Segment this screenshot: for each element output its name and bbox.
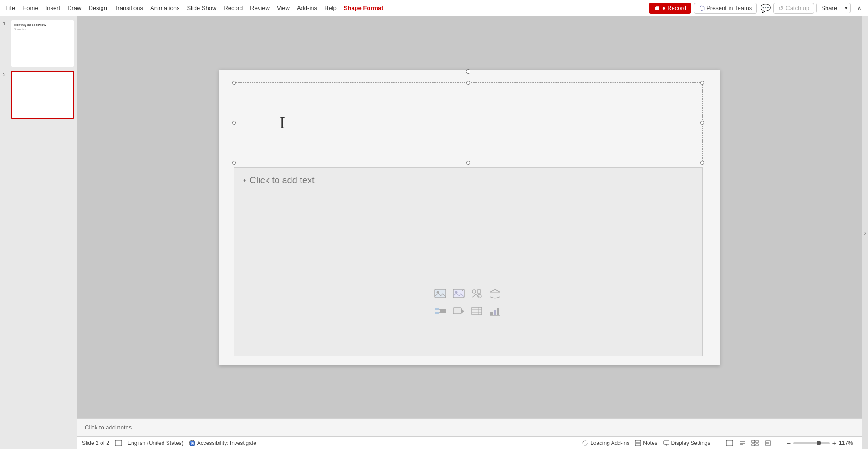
insert-icons-icon[interactable] bbox=[469, 287, 485, 301]
insert-video-icon[interactable] bbox=[451, 304, 466, 318]
svg-rect-36 bbox=[726, 440, 733, 446]
rotate-handle[interactable] bbox=[466, 69, 470, 74]
svg-rect-0 bbox=[435, 289, 446, 298]
view-slidesorter-btn[interactable] bbox=[751, 440, 759, 446]
content-placeholder[interactable]: • Click to add text bbox=[243, 175, 315, 186]
insert-table-icon[interactable] bbox=[469, 304, 485, 318]
handle-bc[interactable] bbox=[466, 161, 470, 165]
display-settings[interactable]: Display Settings bbox=[663, 440, 710, 446]
right-collapse-handle[interactable] bbox=[862, 16, 868, 449]
content-icons-grid bbox=[433, 287, 504, 319]
menu-design[interactable]: Design bbox=[85, 3, 111, 13]
zoom-in-btn[interactable]: + bbox=[832, 439, 836, 447]
notes-toggle[interactable]: Notes bbox=[635, 440, 657, 446]
zoom-percent: 117% bbox=[839, 440, 853, 446]
slide-panel: 1 Monthly sales review Some text... 2 bbox=[0, 16, 77, 449]
svg-rect-5 bbox=[477, 290, 481, 293]
slide-number-1: 1 bbox=[3, 21, 8, 26]
zoom-controls: − + 117% bbox=[787, 439, 857, 447]
language-status[interactable]: English (United States) bbox=[128, 440, 184, 446]
insert-smartart-icon[interactable] bbox=[433, 304, 448, 318]
view-mode-icon[interactable] bbox=[115, 440, 122, 446]
comments-button[interactable]: 💬 bbox=[759, 2, 772, 15]
svg-point-4 bbox=[472, 290, 476, 293]
content-placeholder-text: Click to add text bbox=[250, 175, 314, 186]
insert-stock-images-icon[interactable] bbox=[451, 287, 466, 301]
svg-rect-17 bbox=[472, 307, 482, 315]
handle-ml[interactable] bbox=[232, 121, 236, 125]
handle-tl[interactable] bbox=[232, 81, 236, 85]
svg-text:♿: ♿ bbox=[189, 441, 195, 446]
menu-view[interactable]: View bbox=[273, 3, 293, 13]
svg-rect-30 bbox=[635, 440, 641, 446]
view-normal-btn[interactable] bbox=[726, 440, 733, 446]
notes-bar[interactable]: Click to add notes bbox=[77, 418, 862, 436]
svg-rect-40 bbox=[752, 440, 755, 443]
notes-placeholder-text: Click to add notes bbox=[85, 424, 132, 431]
slide-number-2: 2 bbox=[3, 72, 8, 77]
slide-thumb-title-1: Monthly sales review bbox=[14, 23, 46, 27]
menu-help[interactable]: Help bbox=[321, 3, 340, 13]
menu-shapeformat[interactable]: Shape Format bbox=[340, 3, 387, 13]
menu-insert[interactable]: Insert bbox=[42, 3, 64, 13]
loading-text: Loading Add-ins bbox=[590, 440, 629, 446]
collapse-ribbon-button[interactable]: ∧ bbox=[853, 2, 866, 15]
zoom-slider[interactable] bbox=[793, 442, 830, 444]
menu-addins[interactable]: Add-ins bbox=[293, 3, 321, 13]
svg-rect-42 bbox=[752, 444, 755, 446]
present-teams-button[interactable]: ⬡ Present in Teams bbox=[694, 3, 757, 14]
slide-info: Slide 2 of 2 bbox=[82, 440, 109, 446]
zoom-out-btn[interactable]: − bbox=[787, 439, 791, 447]
menu-record[interactable]: Record bbox=[220, 3, 246, 13]
svg-rect-33 bbox=[664, 441, 669, 444]
handle-mr[interactable] bbox=[700, 121, 704, 125]
title-textbox[interactable]: I bbox=[234, 82, 703, 163]
slide-item-2[interactable]: 2 bbox=[3, 71, 74, 118]
catchup-button[interactable]: ↺ Catch up bbox=[773, 3, 814, 14]
handle-br[interactable] bbox=[700, 161, 704, 165]
insert-chart-icon[interactable] bbox=[487, 304, 503, 318]
insert-3d-models-icon[interactable] bbox=[487, 287, 503, 301]
svg-rect-44 bbox=[765, 441, 771, 445]
zoom-level[interactable]: 117% bbox=[839, 440, 857, 446]
slide-thumb-1[interactable]: Monthly sales review Some text... bbox=[11, 20, 74, 67]
main-area: 1 Monthly sales review Some text... 2 bbox=[0, 16, 868, 449]
slide-canvas[interactable]: I • Click to add text bbox=[219, 70, 720, 365]
notes-label: Notes bbox=[643, 440, 657, 446]
language-text: English (United States) bbox=[128, 440, 184, 446]
view-reading-btn[interactable] bbox=[764, 440, 771, 446]
accessibility-status[interactable]: ♿ Accessibility: Investigate bbox=[189, 440, 256, 446]
content-textbox[interactable]: • Click to add text bbox=[234, 167, 703, 356]
handle-tr[interactable] bbox=[700, 81, 704, 85]
catchup-icon: ↺ bbox=[778, 5, 784, 12]
accessibility-text: Accessibility: Investigate bbox=[197, 440, 256, 446]
menu-review[interactable]: Review bbox=[246, 3, 273, 13]
canvas-wrapper: I • Click to add text bbox=[77, 16, 862, 449]
menu-home[interactable]: Home bbox=[19, 3, 42, 13]
menu-transitions[interactable]: Transitions bbox=[111, 3, 147, 13]
svg-point-1 bbox=[437, 291, 439, 293]
view-outline-btn[interactable] bbox=[739, 440, 746, 446]
slide-count: Slide 2 of 2 bbox=[82, 440, 109, 446]
svg-rect-22 bbox=[490, 312, 493, 315]
handle-bl[interactable] bbox=[232, 161, 236, 165]
menu-file[interactable]: File bbox=[2, 3, 19, 13]
svg-line-14 bbox=[439, 312, 440, 313]
menu-slideshow[interactable]: Slide Show bbox=[183, 3, 220, 13]
svg-rect-23 bbox=[494, 310, 496, 315]
text-cursor: I bbox=[280, 113, 285, 132]
slide-thumb-2[interactable] bbox=[11, 71, 74, 118]
loading-addins-status: Loading Add-ins bbox=[582, 440, 629, 446]
share-main[interactable]: Share bbox=[817, 3, 842, 13]
slide-item-1[interactable]: 1 Monthly sales review Some text... bbox=[3, 20, 74, 67]
record-button[interactable]: ⏺ ● Record bbox=[649, 3, 691, 14]
insert-pictures-icon[interactable] bbox=[433, 287, 448, 301]
menu-draw[interactable]: Draw bbox=[64, 3, 85, 13]
share-chevron[interactable]: ▾ bbox=[842, 4, 850, 12]
menu-animations[interactable]: Animations bbox=[147, 3, 183, 13]
status-bar: Slide 2 of 2 English (United States) ♿ A… bbox=[77, 436, 862, 449]
svg-rect-12 bbox=[440, 309, 446, 313]
handle-tc[interactable] bbox=[466, 81, 470, 85]
menu-bar: File Home Insert Draw Design Transitions… bbox=[0, 0, 868, 16]
svg-rect-43 bbox=[756, 444, 758, 446]
